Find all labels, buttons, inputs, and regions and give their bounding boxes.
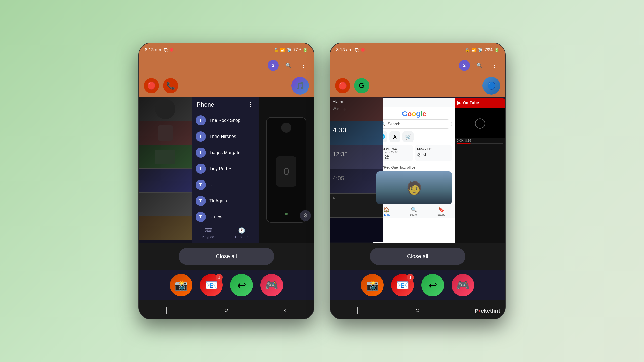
- contact-item-7[interactable]: T tk new: [192, 209, 259, 223]
- shopping-icon[interactable]: 🛒: [403, 131, 414, 142]
- right-badge-icon[interactable]: 2: [459, 60, 470, 71]
- left-thumb-6: [139, 216, 192, 240]
- right-dock-game[interactable]: 🎮: [452, 274, 474, 296]
- left-more-icon[interactable]: ⋮: [298, 60, 309, 71]
- left-thumb-4: [139, 169, 192, 193]
- right-bottom-dock: 📸 📧 1 ↩ 🎮: [330, 270, 505, 300]
- sports-row: FCB vs PSG Tomorrow 22:00 ⚽ ⚽ LEG vs R ⚽…: [373, 145, 455, 163]
- device-shape: 0 ●: [266, 117, 306, 223]
- right-menu-nav[interactable]: |||: [352, 303, 367, 318]
- right-photo-icon: 🖼: [354, 47, 359, 53]
- right-app-icon-1[interactable]: 🔴: [335, 78, 350, 93]
- youtube-title: YouTube: [462, 101, 479, 105]
- watermark: P•cketlint: [475, 308, 500, 314]
- contact-item-5[interactable]: T tk: [192, 177, 259, 193]
- left-thumb-3: [139, 145, 192, 169]
- contact-avatar-5: T: [196, 180, 206, 190]
- right-home-circle-icon: ○: [416, 306, 420, 314]
- chrome-nav-saved[interactable]: 🔖 Saved: [437, 207, 445, 216]
- right-lock-icon: 🔒: [465, 48, 470, 52]
- right-sidebar: Alarm Wake up 4:30 12:35 4:05 A...: [330, 97, 373, 243]
- contact-item-2[interactable]: T Theo Hirshes: [192, 128, 259, 145]
- left-app-icon-2[interactable]: 📞: [163, 78, 178, 93]
- youtube-progress: 0:00 / 8:16: [455, 138, 505, 145]
- contact-item-4[interactable]: T Tiny Port S: [192, 161, 259, 177]
- left-status-bar: 8:13 am 🖼 🔒 📶 📡 77% 🔋: [139, 43, 314, 56]
- left-app-icon-1[interactable]: 🔴: [144, 78, 159, 93]
- play-circle-icon: ◯: [474, 117, 486, 128]
- right-top-bar: 2 🔍 ⋮: [330, 56, 505, 74]
- chrome-search-bar[interactable]: 🔍 Search: [376, 119, 452, 129]
- right-thumb-time3: 4:05: [330, 169, 383, 188]
- contact-avatar-2: T: [196, 131, 206, 142]
- youtube-card: ▶ YouTube ◯ 0:00 / 8:16: [455, 98, 505, 243]
- contact-item-3[interactable]: T Tiagos Margate: [192, 145, 259, 161]
- keypad-zero: 0: [284, 166, 289, 177]
- device-indicator: ●: [285, 210, 288, 217]
- contact-name-6: Tk Again: [209, 198, 227, 204]
- alarm-panel-mini: Alarm: [330, 97, 383, 107]
- right-status-right: 🔒 📶 📡 78% 🔋: [465, 48, 499, 52]
- menu-icon: |||: [165, 306, 171, 314]
- contact-item-1[interactable]: T The Rock Shop: [192, 112, 259, 128]
- left-search-icon[interactable]: 🔍: [283, 60, 294, 71]
- right-search-icon[interactable]: 🔍: [474, 60, 485, 71]
- chrome-nav-home[interactable]: 🏠 Home: [383, 207, 390, 216]
- search-suggestion[interactable]: 🔍 "Red One" box office: [373, 163, 455, 171]
- left-badge-icon[interactable]: 2: [268, 60, 279, 71]
- left-app-icon-3[interactable]: 🎵: [291, 77, 309, 95]
- right-app-icons-row: 🔴 G 🔵: [330, 74, 505, 97]
- chrome-saved-label: Saved: [437, 213, 445, 216]
- wifi-icon: 📶: [280, 48, 285, 52]
- left-top-bar: 2 🔍 ⋮: [139, 56, 314, 74]
- back-icon: ‹: [284, 306, 286, 314]
- sport-card-2: LEG vs R ⚽ 0: [415, 145, 452, 161]
- center-device: 0 ● ⚙: [259, 97, 314, 243]
- left-status-right: 🔒 📶 📡 77% 🔋: [274, 48, 308, 52]
- language-icon[interactable]: A: [389, 131, 400, 142]
- youtube-header: ▶ YouTube: [455, 98, 505, 108]
- sport-time-1: Tomorrow 22:00: [378, 151, 411, 154]
- right-app-icon-3[interactable]: 🔵: [482, 77, 500, 95]
- youtube-progress-bar[interactable]: [457, 143, 503, 144]
- search-suggestion-text: "Red One" box office: [383, 165, 415, 169]
- right-app-icon-2[interactable]: G: [354, 78, 369, 93]
- left-menu-nav[interactable]: |||: [160, 303, 176, 318]
- sport-match-2: LEG vs R: [417, 147, 450, 151]
- phone-panel-header: Phone ⋮: [192, 97, 259, 112]
- right-mail-icon: 📧: [396, 279, 409, 291]
- left-close-all-button[interactable]: Close all: [179, 248, 274, 265]
- contact-name-1: The Rock Shop: [209, 118, 240, 123]
- youtube-time: 0:00 / 8:16: [457, 139, 503, 142]
- phone-more-icon[interactable]: ⋮: [248, 101, 254, 108]
- keypad-tab[interactable]: ⌨ Keypad: [202, 227, 214, 239]
- left-back-nav[interactable]: ‹: [277, 303, 292, 318]
- recents-tab[interactable]: 🕐 Recents: [235, 227, 248, 239]
- right-home-nav[interactable]: ○: [410, 303, 425, 318]
- left-dock-mail[interactable]: 📧 1: [200, 274, 223, 296]
- left-dock-game[interactable]: 🎮: [260, 274, 283, 296]
- chrome-app-header: ⚗️: [373, 98, 455, 107]
- right-arrow-icon: ↩: [428, 279, 437, 291]
- left-bottom-dock: 📸 📧 1 ↩ 🎮: [139, 270, 314, 300]
- chrome-card: ⚗️ Google 🔍 Search 🌐 A 🛒 F: [373, 98, 455, 243]
- chrome-saved-icon: 🔖: [438, 207, 445, 213]
- right-dock-mail[interactable]: 📧 1: [391, 274, 414, 296]
- gear-icon[interactable]: ⚙: [300, 210, 311, 221]
- right-more-icon[interactable]: ⋮: [489, 60, 500, 71]
- game-icon: 🎮: [265, 279, 278, 291]
- left-home-nav[interactable]: ○: [219, 303, 234, 318]
- left-status-left: 8:13 am 🖼: [145, 47, 173, 53]
- right-dock-arrow[interactable]: ↩: [421, 274, 444, 296]
- right-dock-camera[interactable]: 📸: [361, 274, 384, 296]
- contact-item-6[interactable]: T Tk Again: [192, 193, 259, 209]
- home-circle-icon: ○: [224, 306, 229, 314]
- chrome-quick-icons: 🌐 A 🛒: [373, 131, 455, 145]
- recents-label: Recents: [235, 235, 248, 239]
- youtube-play-icon: ▶: [457, 100, 461, 106]
- right-close-all-button[interactable]: Close all: [370, 248, 465, 265]
- chrome-nav-search[interactable]: 🔍 Search: [410, 207, 418, 216]
- youtube-video[interactable]: ◯: [455, 108, 505, 138]
- left-dock-camera[interactable]: 📸: [170, 274, 192, 296]
- left-dock-arrow[interactable]: ↩: [230, 274, 253, 296]
